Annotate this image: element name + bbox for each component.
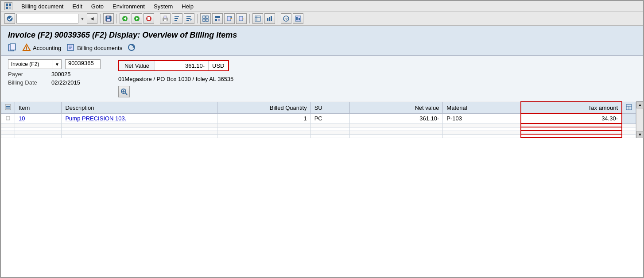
scroll-track[interactable] — [636, 108, 643, 131]
cell-description: Pump PRECISION 103. — [62, 113, 217, 124]
svg-rect-25 — [206, 16, 208, 18]
page-title: Invoice (F2) 90039365 (F2) Display: Over… — [8, 31, 636, 40]
app-icon[interactable] — [4, 2, 12, 10]
menu-billing-document[interactable]: Billing document — [21, 3, 63, 10]
col-header-material: Material — [443, 102, 521, 113]
empty-qty — [217, 124, 310, 127]
command-input-area: ▼ — [16, 14, 85, 23]
description-link[interactable]: Pump PRECISION 103. — [65, 115, 126, 122]
billing-documents-button[interactable]: Billing documents — [66, 43, 122, 53]
empty-desc — [62, 131, 217, 134]
empty-qty — [217, 131, 310, 134]
scroll-down-button[interactable]: ▼ — [636, 131, 644, 138]
billing-items-table: Item Description Billed Quantity SU Net … — [1, 101, 636, 138]
dropdown-arrow[interactable]: ▼ — [79, 16, 85, 21]
svg-rect-63 — [6, 106, 10, 107]
table-with-scroll: Item Description Billed Quantity SU Net … — [1, 101, 643, 138]
copy-button[interactable] — [8, 43, 17, 53]
invoice-type-select[interactable]: Invoice (F2) ▼ — [8, 59, 62, 69]
scroll-up-button[interactable]: ▲ — [636, 101, 644, 108]
svg-rect-17 — [175, 16, 179, 17]
empty-netval — [349, 124, 443, 127]
empty-settings — [622, 134, 636, 138]
toolbar: ▼ ◄ — [1, 12, 643, 26]
empty-tax — [521, 134, 622, 138]
svg-rect-64 — [6, 108, 10, 108]
empty-qty — [217, 127, 310, 131]
cell-su: PC — [310, 113, 349, 124]
separator-3 — [157, 14, 157, 23]
cell-item: 10 — [15, 113, 62, 124]
invoice-type-arrow[interactable]: ▼ — [53, 60, 61, 69]
invoice-type-row: Invoice (F2) ▼ 90039365 — [8, 59, 101, 69]
save-button[interactable] — [103, 13, 114, 24]
empty-desc — [62, 134, 217, 138]
billing-docs-label: Billing documents — [77, 45, 122, 51]
forward-green-button[interactable] — [132, 13, 142, 24]
svg-rect-0 — [6, 4, 8, 6]
empty-tax — [521, 124, 622, 127]
stop-button[interactable] — [144, 13, 154, 24]
menu-help[interactable]: Help — [182, 3, 194, 10]
nav-back-button[interactable]: ◄ — [87, 13, 97, 24]
empty-settings — [622, 124, 636, 127]
empty-netval — [349, 134, 443, 138]
menu-goto[interactable]: Goto — [91, 3, 104, 10]
billing-docs-icon — [66, 43, 75, 53]
checkmark-button[interactable] — [4, 13, 15, 24]
net-value-amount: 361.10- — [155, 61, 208, 70]
left-form-fields: Invoice (F2) ▼ 90039365 Payer 300025 Bil… — [8, 59, 101, 88]
empty-material — [443, 124, 521, 127]
print-button[interactable] — [160, 13, 171, 24]
cell-settings — [622, 113, 636, 124]
copy-icon — [8, 43, 17, 53]
svg-rect-26 — [203, 19, 205, 21]
accounting-button[interactable]: Accounting — [22, 43, 61, 53]
empty-item — [15, 127, 62, 131]
command-input[interactable] — [16, 14, 78, 23]
cell-material: P-103 — [443, 113, 521, 124]
payer-value: 300025 — [51, 71, 70, 77]
right-form-fields: Net Value 361.10- USD 01Megastore / PO B… — [118, 59, 233, 97]
row-selector[interactable] — [1, 113, 15, 124]
billing-date-label: Billing Date — [8, 79, 48, 86]
find-next-button[interactable] — [184, 13, 194, 24]
empty-desc — [62, 124, 217, 127]
svg-rect-46 — [299, 18, 300, 20]
cell-billed-qty: 1 — [217, 113, 310, 124]
table-row-empty-4 — [1, 134, 636, 138]
table-row: 10 Pump PRECISION 103. 1 PC 361.10- P-10… — [1, 113, 636, 124]
grid-button[interactable] — [200, 13, 211, 24]
refresh-button[interactable] — [128, 43, 136, 53]
table-row-empty-3 — [1, 131, 636, 134]
empty-settings — [622, 127, 636, 131]
svg-rect-22 — [186, 20, 189, 21]
menu-edit[interactable]: Edit — [72, 3, 82, 10]
billing-date-row: Billing Date 02/22/2015 — [8, 79, 101, 86]
customize-button[interactable] — [252, 13, 263, 24]
settings-btn[interactable] — [293, 13, 303, 24]
menu-environment[interactable]: Environment — [113, 3, 145, 10]
find-button[interactable] — [172, 13, 182, 24]
table-area: Item Description Billed Quantity SU Net … — [1, 101, 643, 138]
menu-bar: Billing document Edit Goto Environment S… — [1, 1, 643, 12]
item-link[interactable]: 10 — [19, 115, 25, 122]
empty-row-selector — [1, 131, 15, 134]
menu-system[interactable]: System — [154, 3, 173, 10]
help-button[interactable]: ? — [281, 13, 291, 24]
upload-button[interactable] — [236, 13, 247, 24]
form-area: Invoice (F2) ▼ 90039365 Payer 300025 Bil… — [1, 56, 643, 101]
layout-button[interactable] — [212, 13, 223, 24]
svg-rect-28 — [215, 16, 220, 18]
svg-rect-3 — [9, 7, 11, 9]
header-toolbar: Accounting Billing documents — [8, 43, 636, 53]
chart-button[interactable] — [264, 13, 275, 24]
col-header-settings[interactable] — [622, 102, 636, 113]
payer-row: Payer 300025 — [8, 71, 101, 77]
separator-1 — [100, 14, 101, 23]
table-row-empty-1 — [1, 124, 636, 127]
vertical-scrollbar[interactable]: ▲ ▼ — [636, 101, 643, 138]
back-green-button[interactable] — [120, 13, 130, 24]
zoom-button[interactable] — [118, 86, 130, 97]
export-button[interactable] — [224, 13, 235, 24]
